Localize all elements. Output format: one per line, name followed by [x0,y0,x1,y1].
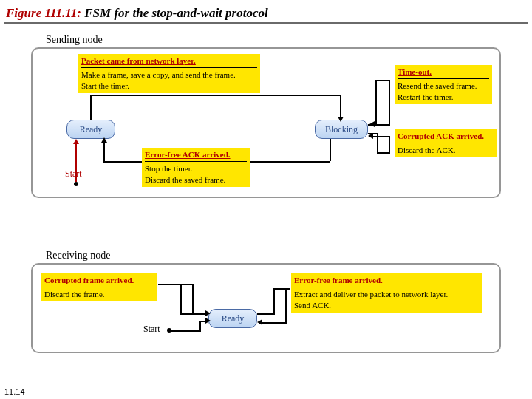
divider [398,143,494,143]
state-ready-receiving: Ready [208,309,257,328]
arrow-head [338,117,344,122]
arrow-head [101,137,107,143]
action-text: Discard the frame. [44,289,154,300]
connector [273,288,275,313]
state-blocking: Blocking [315,120,368,139]
action-text: Send ACK. [294,300,479,311]
event-text: Error-free frame arrived. [294,275,479,286]
connector [375,80,377,124]
start-label-sending: Start [65,168,82,180]
action-text: Discard the ACK. [398,145,494,156]
event-text: Error-free ACK arrived. [145,149,247,160]
figure-caption: FSM for the stop-and-wait protocol [81,6,268,20]
divider [44,287,154,287]
connector [90,95,340,96]
connector [180,284,182,313]
title-divider [4,22,528,24]
connector [103,161,142,163]
event-error-free-ack: Error-free ACK arrived. Stop the timer. … [142,148,250,187]
connector [180,313,207,315]
action-text: Restart the timer. [398,92,489,103]
action-text: Extract and deliver the packet to networ… [294,289,479,300]
arrow-head [257,319,262,325]
divider [398,78,489,79]
divider [294,287,479,287]
divider [81,67,257,68]
connector [250,161,330,163]
action-text: Make a frame, save a copy, and send the … [81,69,257,81]
connector [340,95,341,120]
start-label-receiving: Start [143,324,160,335]
connector [257,313,275,315]
start-arrow-line [75,140,77,182]
figure-title: Figure 111.11: FSM for the stop-and-wait… [0,0,532,22]
start-dot [74,182,78,186]
state-ready-sending: Ready [66,120,115,139]
event-error-free-frame: Error-free frame arrived. Extract and de… [291,273,482,313]
action-text: Start the timer. [81,81,257,92]
connector [90,95,92,120]
action-text: Discard the saved frame. [145,174,247,185]
arrow-head [205,318,211,324]
connector [285,288,287,322]
event-text: Corrupted frame arrived. [44,275,154,286]
connector [375,80,390,81]
figure-number: Figure 111.11: [6,6,81,20]
event-timeout: Time-out. Resend the saved frame. Restar… [395,65,492,104]
event-corrupted-ack: Corrupted ACK arrived. Discard the ACK. [395,129,497,157]
action-text: Stop the timer. [145,163,247,174]
connector [158,284,194,285]
event-packet-from-network: Packet came from network layer. Make a f… [78,54,260,93]
connector [389,136,390,154]
event-text: Time-out. [398,66,489,78]
sending-node-label: Sending node [46,34,103,46]
action-text: Resend the saved frame. [398,81,489,92]
connector [330,139,331,161]
arrow-head [205,310,211,316]
connector [171,330,201,332]
arrow-head [369,121,375,127]
page-number: 11.14 [4,387,25,396]
event-text: Corrupted ACK arrived. [398,131,494,142]
divider [145,161,247,162]
connector [389,80,390,126]
event-text: Packet came from network layer. [81,55,257,66]
receiving-node-label: Receiving node [46,250,110,262]
arrow-head [368,133,373,139]
connector [273,288,290,290]
connector [200,321,201,331]
event-corrupted-frame: Corrupted frame arrived. Discard the fra… [41,273,157,301]
connector [192,284,194,313]
start-arrow-head [73,139,79,144]
connector [259,322,287,324]
